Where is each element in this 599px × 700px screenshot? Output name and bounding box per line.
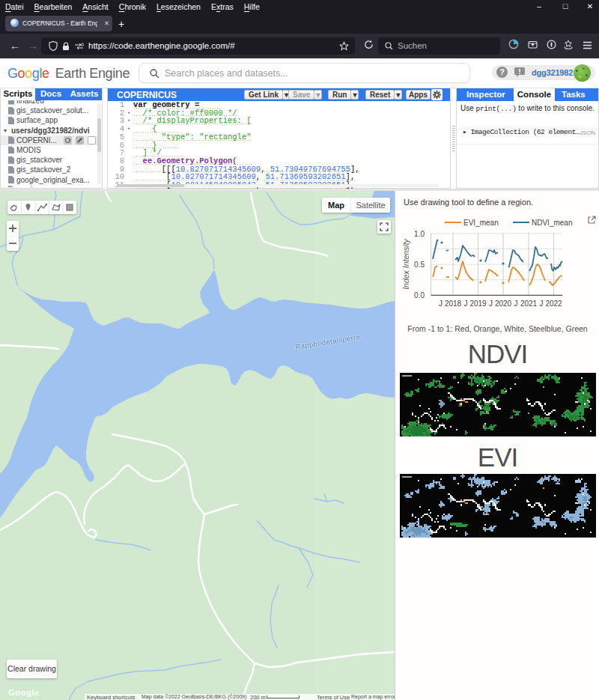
svg-text:2022: 2022 <box>545 299 562 308</box>
svg-text:NDVI_mean: NDVI_mean <box>532 219 572 227</box>
svg-text:2020: 2020 <box>495 299 512 308</box>
svg-text:J: J <box>514 299 518 308</box>
svg-text:1.0: 1.0 <box>414 230 425 238</box>
svg-text:J: J <box>489 299 493 308</box>
svg-text:0.5: 0.5 <box>414 261 425 269</box>
svg-text:2019: 2019 <box>469 299 487 308</box>
svg-text:2018: 2018 <box>445 299 462 308</box>
svg-text:J: J <box>464 299 468 308</box>
svg-text:J: J <box>540 299 544 308</box>
svg-text:2021: 2021 <box>520 299 538 308</box>
svg-text:Index Intensity: Index Intensity <box>401 238 410 289</box>
svg-text:EVI_mean: EVI_mean <box>463 219 499 227</box>
svg-text:0.0: 0.0 <box>414 291 425 299</box>
svg-text:J: J <box>439 299 443 308</box>
